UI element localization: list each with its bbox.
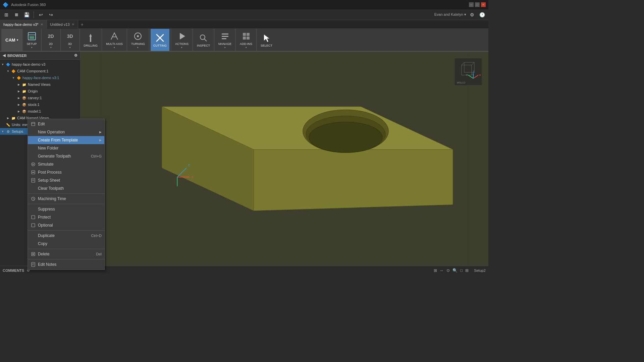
view-cube-icon[interactable]: ⊞ <box>434 268 437 273</box>
toolbar-actions[interactable]: ACTIONS ▾ <box>172 29 191 51</box>
ctx-post-process[interactable]: Post Process <box>28 168 104 176</box>
ctx-simulate[interactable]: Simulate <box>28 160 104 168</box>
toolbar-addins[interactable]: ADD-INS ▾ <box>237 29 255 51</box>
tab-add-button[interactable]: + <box>78 22 86 27</box>
ctx-delete[interactable]: Delete Del <box>28 250 104 258</box>
ctx-clear-toolpath-label: Clear Toolpath <box>38 186 102 191</box>
3d-model-view: Z X <box>80 52 488 266</box>
tree-origin[interactable]: ▶ 📁 Origin <box>0 88 80 95</box>
actions-icon <box>176 31 187 42</box>
tab-label: happy-face-demo v3* <box>3 22 39 26</box>
ctx-generate-toolpath[interactable]: Generate Toolpath Ctrl+G <box>28 152 104 160</box>
close-button[interactable]: ✕ <box>481 2 486 7</box>
ctx-machining-time-label: Machining Time <box>38 196 102 201</box>
undo-button[interactable]: ↩ <box>37 10 45 19</box>
tree-stock[interactable]: ▶ 📦 stock:1 <box>0 101 80 108</box>
ctx-copy[interactable]: Copy <box>28 240 104 248</box>
browser-settings-icon[interactable]: ⚙ <box>74 53 77 58</box>
ctx-new-operation[interactable]: New Operation ▶ <box>28 128 104 136</box>
toolbar-select[interactable]: SELECT <box>258 29 275 51</box>
named-views-expand-icon: ▶ <box>16 83 21 86</box>
tab-happy-face[interactable]: happy-face-demo v3* ✕ <box>0 20 47 29</box>
tree-named-views[interactable]: ▶ 📁 Named Views <box>0 81 80 88</box>
turning-arrow-icon: ▾ <box>137 46 139 49</box>
origin-label: Origin <box>28 89 38 93</box>
setup-arrow-icon: ▾ <box>31 46 33 49</box>
menu-app-icon[interactable]: ▦ <box>12 10 21 19</box>
ctx-clear-toolpath[interactable]: Clear Toolpath <box>28 184 104 192</box>
app-title: Autodesk Fusion 360 <box>11 3 46 7</box>
toolbar-cutting[interactable]: CUTTING <box>151 29 169 51</box>
tree-model[interactable]: ▶ 📦 model:1 <box>0 108 80 115</box>
tree-root[interactable]: ▼ 🔷 happy-face-demo v3 <box>0 61 80 68</box>
ctx-setup-sheet[interactable]: Setup Sheet <box>28 176 104 184</box>
ctx-copy-label: Copy <box>38 241 102 246</box>
tree-face-demo[interactable]: ▼ 🔶 happy-face-demo v3:1 <box>0 74 80 81</box>
ctx-optional-label: Optional <box>38 223 102 228</box>
toolbar-setup[interactable]: SETUP ▾ <box>24 29 40 51</box>
ctx-create-template-label: Create From Template <box>38 138 97 142</box>
tab-close-icon[interactable]: ✕ <box>41 23 43 26</box>
browser-collapse-icon[interactable]: ◀ <box>3 53 5 58</box>
fit-icon[interactable]: □ <box>460 268 463 273</box>
svg-rect-16 <box>247 37 250 40</box>
orbit-icon[interactable]: ⊙ <box>446 268 450 273</box>
ctx-duplicate[interactable]: Duplicate Ctrl+D <box>28 232 104 240</box>
cam-menu-button[interactable]: CAM ▾ <box>1 29 22 51</box>
zoom-icon[interactable]: 🔍 <box>452 268 458 273</box>
svg-rect-43 <box>32 122 35 126</box>
ctx-protect[interactable]: Protect <box>28 213 104 221</box>
maximize-button[interactable]: □ <box>475 2 480 7</box>
toolbar-manage[interactable]: MANAGE ▾ <box>216 29 234 51</box>
multi-axis-icon <box>109 31 120 42</box>
tab-untitled[interactable]: Untitled v13 ✕ <box>47 20 78 29</box>
svg-marker-3 <box>89 34 92 37</box>
ctx-edit[interactable]: Edit <box>28 120 104 128</box>
toolbar-2d[interactable]: 2D 2D ▾ <box>43 29 59 51</box>
3d-arrow-icon: ▾ <box>69 46 71 49</box>
toolbar-3d[interactable]: 3D 3D ▾ <box>62 29 78 51</box>
redo-button[interactable]: ↪ <box>47 10 55 19</box>
turning-icon <box>132 31 143 42</box>
tab-close-icon-2[interactable]: ✕ <box>72 23 74 26</box>
ctx-optional[interactable]: Optional <box>28 221 104 229</box>
svg-marker-46 <box>33 164 34 165</box>
carvey-expand-icon: ▶ <box>16 97 21 100</box>
browser-header: ◀ BROWSER ⚙ <box>0 52 80 60</box>
root-icon: 🔷 <box>5 62 11 67</box>
toolbar-multi-axis[interactable]: MULTI-AXIS ▾ <box>103 29 125 51</box>
pan-icon[interactable]: ↔ <box>440 268 444 273</box>
ctx-machining-time[interactable]: Machining Time <box>28 195 104 203</box>
cam-label: CAM <box>5 38 15 43</box>
viewport[interactable]: Z X X Y Z WOLLO <box>80 52 488 266</box>
ctx-suppress-label: Suppress <box>38 207 102 212</box>
2d-icon: 2D <box>46 31 56 42</box>
toolbar-inspect-section: INSPECT <box>193 29 214 51</box>
toolbar-turning[interactable]: TURNING ▾ <box>128 29 148 51</box>
save-button[interactable]: 💾 <box>22 10 31 19</box>
ctx-edit-label: Edit <box>38 122 102 126</box>
new-op-arrow-icon: ▶ <box>99 130 102 134</box>
tree-carvey[interactable]: ▶ 📦 carvey:1 <box>0 95 80 101</box>
svg-rect-11 <box>222 36 228 37</box>
face-demo-icon: 🔶 <box>16 75 21 80</box>
tree-cam-component[interactable]: ▼ 🔶 CAM Component:1 <box>0 68 80 74</box>
settings-icon[interactable]: ⚙ <box>468 10 476 19</box>
clock-icon[interactable]: 🕐 <box>478 10 486 19</box>
minimize-button[interactable]: ─ <box>469 2 474 7</box>
display-mode-icon[interactable]: ⊞ <box>465 268 469 273</box>
cam-component-expand-icon: ▼ <box>5 70 11 73</box>
toolbar-drilling[interactable]: DRILLING <box>81 29 101 51</box>
ctx-suppress[interactable]: Suppress <box>28 205 104 213</box>
toolbar-inspect[interactable]: INSPECT <box>194 29 213 51</box>
protect-icon <box>31 215 36 220</box>
ctx-edit-notes[interactable]: Edit Notes <box>28 260 104 268</box>
svg-rect-4 <box>90 37 91 42</box>
ctx-new-folder[interactable]: New Folder <box>28 144 104 152</box>
context-menu: Edit New Operation ▶ Create From Templat… <box>28 119 105 270</box>
ctx-create-from-template[interactable]: Create From Template ▶ <box>28 136 104 144</box>
edit-notes-icon <box>31 262 36 267</box>
menu-grid-icon[interactable]: ⊞ <box>2 10 11 19</box>
cam-named-views-expand-icon: ▶ <box>5 117 11 120</box>
setup-sheet-icon <box>31 178 36 183</box>
